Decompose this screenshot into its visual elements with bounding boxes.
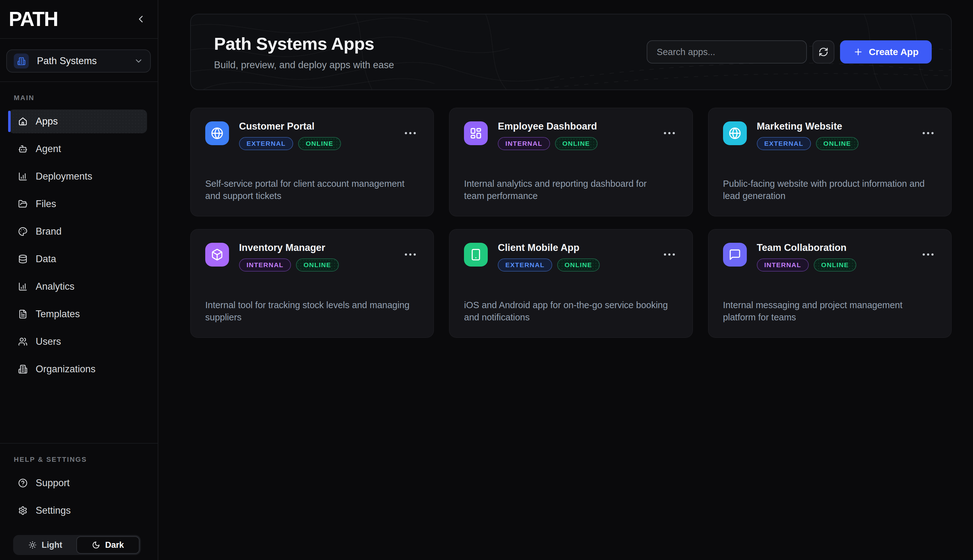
- sidebar-item-apps[interactable]: Apps: [9, 110, 147, 133]
- message-square-icon: [729, 248, 741, 261]
- app-description: Internal tool for tracking stock levels …: [205, 299, 419, 323]
- card-head-text: Marketing WebsiteEXTERNALONLINE: [757, 121, 859, 150]
- globe-icon: [729, 127, 741, 140]
- chevron-down-icon: [134, 56, 143, 66]
- app-card-employee-dashboard[interactable]: Employee DashboardINTERNALONLINEInternal…: [449, 108, 693, 217]
- app-icon-tile: [464, 122, 488, 145]
- app-icon-tile: [205, 122, 229, 145]
- card-header: Client Mobile AppEXTERNALONLINE: [464, 243, 678, 272]
- bar-chart-icon: [18, 282, 28, 291]
- app-card-marketing-website[interactable]: Marketing WebsiteEXTERNALONLINEPublic-fa…: [708, 108, 952, 217]
- folder-open-icon: [18, 199, 28, 209]
- app-title: Team Collaboration: [757, 242, 856, 253]
- sidebar-item-label: Files: [36, 198, 56, 210]
- status-badge-external: EXTERNAL: [757, 137, 811, 150]
- app-card-inventory-manager[interactable]: Inventory ManagerINTERNALONLINEInternal …: [190, 229, 434, 338]
- page-title: Path Systems Apps: [214, 33, 394, 54]
- sidebar-item-label: Apps: [36, 116, 58, 127]
- create-app-button[interactable]: Create App: [840, 40, 932, 63]
- app-description: Internal messaging and project managemen…: [723, 299, 937, 323]
- card-head-text: Employee DashboardINTERNALONLINE: [498, 121, 598, 150]
- building-icon: [17, 57, 26, 65]
- sidebar-item-templates[interactable]: Templates: [9, 302, 147, 326]
- app-title: Client Mobile App: [498, 242, 600, 253]
- chevron-left-icon: [135, 13, 147, 25]
- sidebar-item-label: Analytics: [36, 281, 75, 292]
- theme-dark-button[interactable]: Dark: [76, 536, 140, 554]
- sidebar-item-label: Deployments: [36, 171, 92, 182]
- status-badge-external: EXTERNAL: [239, 137, 293, 150]
- app-logo: PATH: [9, 8, 58, 31]
- org-switcher[interactable]: Path Systems: [6, 50, 151, 73]
- search-input[interactable]: [647, 40, 807, 63]
- nav-section-label: HELP & SETTINGS: [14, 455, 158, 463]
- sidebar: PATH Path Systems MAIN AppsAgentDeployme…: [0, 0, 158, 560]
- app-description: Public-facing website with product infor…: [723, 178, 937, 202]
- app-card-team-collaboration[interactable]: Team CollaborationINTERNALONLINEInternal…: [708, 229, 952, 338]
- app-card-customer-portal[interactable]: Customer PortalEXTERNALONLINESelf-servic…: [190, 108, 434, 217]
- moon-icon: [92, 541, 100, 549]
- sidebar-item-brand[interactable]: Brand: [9, 220, 147, 243]
- sidebar-bottom: HELP & SETTINGS SupportSettings Light Da…: [0, 443, 158, 560]
- sidebar-item-organizations[interactable]: Organizations: [9, 357, 147, 381]
- badges: INTERNALONLINE: [757, 258, 856, 272]
- sidebar-item-support[interactable]: Support: [9, 471, 147, 495]
- sidebar-item-label: Support: [36, 477, 70, 489]
- sidebar-item-label: Organizations: [36, 363, 95, 375]
- theme-light-label: Light: [42, 540, 62, 550]
- org-section: Path Systems: [0, 39, 158, 82]
- layout-dashboard-icon: [470, 127, 482, 140]
- app-description: iOS and Android app for on-the-go servic…: [464, 299, 678, 323]
- status-badge-online: ONLINE: [816, 137, 858, 150]
- smartphone-icon: [470, 248, 482, 261]
- card-header: Customer PortalEXTERNALONLINE: [205, 122, 419, 150]
- card-head-text: Customer PortalEXTERNALONLINE: [239, 121, 341, 150]
- sidebar-item-analytics[interactable]: Analytics: [9, 275, 147, 298]
- help-circle-icon: [18, 478, 28, 488]
- theme-light-button[interactable]: Light: [14, 536, 76, 554]
- refresh-icon: [818, 47, 828, 57]
- sidebar-item-label: Templates: [36, 308, 80, 320]
- file-text-icon: [18, 309, 28, 319]
- theme-toggle: Light Dark: [13, 535, 141, 555]
- sidebar-header: PATH: [0, 0, 158, 39]
- app-title: Marketing Website: [757, 121, 859, 132]
- sidebar-collapse-button[interactable]: [133, 12, 148, 27]
- badges: INTERNALONLINE: [239, 258, 339, 272]
- card-menu-button[interactable]: [661, 129, 678, 137]
- org-icon-box: [14, 53, 29, 68]
- badges: EXTERNALONLINE: [498, 258, 600, 272]
- status-badge-online: ONLINE: [814, 258, 856, 272]
- bar-chart-icon: [18, 172, 28, 181]
- apps-grid: Customer PortalEXTERNALONLINESelf-servic…: [190, 108, 952, 338]
- building-icon: [18, 365, 28, 374]
- sidebar-item-agent[interactable]: Agent: [9, 137, 147, 161]
- card-menu-button[interactable]: [402, 250, 419, 259]
- card-head-text: Inventory ManagerINTERNALONLINE: [239, 242, 339, 272]
- gear-icon: [18, 506, 28, 515]
- package-icon: [211, 248, 223, 261]
- card-header: Marketing WebsiteEXTERNALONLINE: [723, 122, 937, 150]
- sidebar-item-label: Users: [36, 336, 61, 347]
- sidebar-item-users[interactable]: Users: [9, 330, 147, 353]
- main-content: Path Systems Apps Build, preview, and de…: [158, 0, 973, 560]
- sidebar-item-deployments[interactable]: Deployments: [9, 165, 147, 188]
- sidebar-item-settings[interactable]: Settings: [9, 499, 147, 522]
- sidebar-item-data[interactable]: Data: [9, 247, 147, 271]
- users-icon: [18, 337, 28, 346]
- status-badge-online: ONLINE: [557, 258, 600, 272]
- card-menu-button[interactable]: [661, 250, 678, 259]
- app-card-client-mobile-app[interactable]: Client Mobile AppEXTERNALONLINEiOS and A…: [449, 229, 693, 338]
- org-name: Path Systems: [37, 55, 97, 67]
- status-badge-internal: INTERNAL: [498, 137, 550, 150]
- card-menu-button[interactable]: [402, 129, 419, 137]
- refresh-button[interactable]: [813, 40, 835, 63]
- app-icon-tile: [723, 243, 747, 267]
- sidebar-item-files[interactable]: Files: [9, 192, 147, 216]
- bot-icon: [18, 144, 28, 153]
- sun-icon: [28, 541, 37, 549]
- card-menu-button[interactable]: [920, 129, 937, 137]
- card-menu-button[interactable]: [920, 250, 937, 259]
- sidebar-item-label: Agent: [36, 143, 61, 155]
- app-description: Self-service portal for client account m…: [205, 178, 419, 202]
